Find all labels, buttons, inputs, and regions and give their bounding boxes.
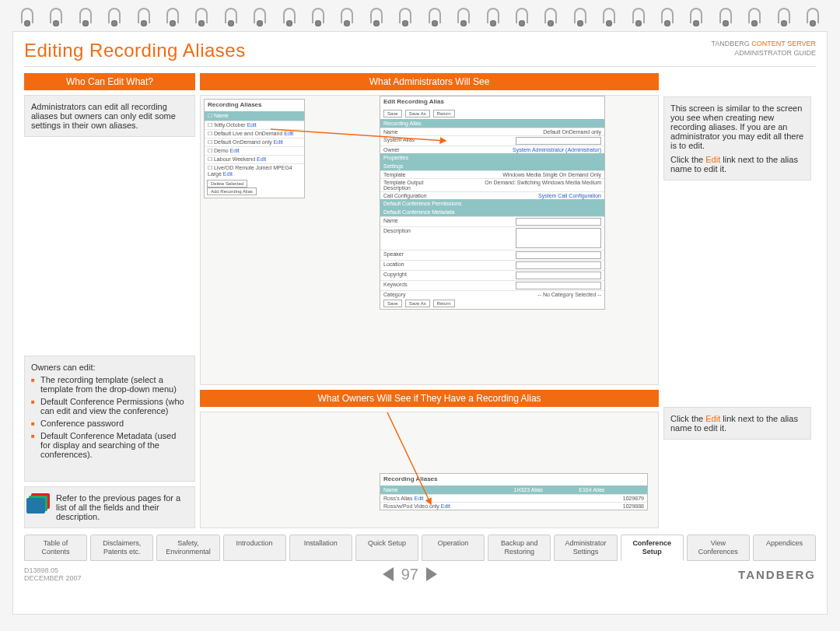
reference-text: Refer to the previous pages for a list o… [56, 493, 188, 521]
mini-list-header: ☐ Name [205, 111, 304, 121]
saveas-button-2[interactable]: Save As [405, 300, 430, 307]
doc-date: DECEMBER 2007 [24, 574, 82, 582]
tab-quick-setup[interactable]: Quick Setup [355, 535, 418, 561]
next-page-icon[interactable] [426, 567, 437, 581]
mini-alias-list: Recording Aliases ☐ Name ☐ !kitty.Octobe… [204, 99, 305, 198]
mini-list-buttons: Delete Selected Add Recording Alias [205, 177, 304, 198]
mini-list-title: Recording Aliases [205, 100, 304, 110]
pager: 97 [383, 566, 437, 584]
brand-name: TANDBERG [711, 40, 749, 47]
spiral-binding: for(let i=0;i<28;i++)document.write('<di… [12, 8, 828, 28]
brand-header: TANDBERG CONTENT SERVER ADMINISTRATOR GU… [711, 40, 816, 58]
list-item: ☐ Default Live and OnDemand Edit [205, 129, 304, 138]
brand-product: CONTENT SERVER [751, 40, 816, 47]
mini-edit-panel: Edit Recording Alias Save Save As Return… [380, 96, 605, 310]
books-icon [31, 493, 50, 509]
reference-note: Refer to the previous pages for a list o… [24, 486, 195, 528]
owner-screenshot: Recording Aliases Name 1H323 Alias E164 … [200, 412, 659, 528]
tab-conference-setup[interactable]: ConferenceSetup [621, 535, 684, 561]
sec-properties: Properties [380, 153, 604, 162]
divider [24, 66, 816, 67]
mid-header-owner: What Owners Will See if They Have a Reco… [200, 390, 659, 407]
tab-backup[interactable]: Backup andRestoring [488, 535, 551, 561]
sec-settings: Settings [380, 162, 604, 170]
right-owner-hint: Click the Edit link next to the alias na… [670, 414, 804, 433]
doc-id: D13898.05 [24, 566, 58, 574]
bullet-template: The recording template (select a templat… [31, 375, 188, 394]
left-owners-box: Owners can edit: The recording template … [24, 356, 195, 482]
spacer [663, 185, 811, 402]
mini-owner-table: Recording Aliases Name 1H323 Alias E164 … [380, 473, 648, 510]
tab-appendices[interactable]: Appendices [753, 535, 816, 561]
owner-list-title: Recording Aliases [380, 474, 647, 484]
tab-installation[interactable]: Installation [289, 535, 352, 561]
delete-button[interactable]: Delete Selected [207, 180, 247, 188]
admin-screenshot: Recording Aliases ☐ Name ☐ !kitty.Octobe… [200, 95, 659, 385]
add-button[interactable]: Add Recording Alias [207, 188, 257, 195]
list-item: ☐ Demo Edit [205, 146, 304, 155]
spacer [663, 73, 811, 92]
list-item: ☐ Labour Weekend Edit [205, 155, 304, 163]
table-row: Ross's Alias Edit1029879 [380, 494, 647, 502]
save-button[interactable]: Save [383, 110, 402, 117]
tab-contents[interactable]: Table ofContents [24, 535, 87, 561]
left-header: Who Can Edit What? [24, 73, 195, 90]
return-button-2[interactable]: Return [433, 300, 455, 307]
page-number: 97 [401, 566, 418, 584]
owner-table-header: Name 1H323 Alias E164 Alias [380, 486, 647, 494]
right-owner-note: Click the Edit link next to the alias na… [663, 407, 811, 440]
tab-operation[interactable]: Operation [422, 535, 485, 561]
right-edit-hint: Click the Edit link next to the alias na… [670, 155, 804, 174]
footer-brand: TANDBERG [738, 568, 816, 581]
brand-guide: ADMINISTRATOR GUIDE [734, 49, 816, 57]
bullet-metadata: Default Conference Metadata (used for di… [31, 431, 188, 459]
sec-recording-alias: Recording Alias [380, 119, 604, 128]
right-admin-note: This screen is similar to the screen you… [663, 96, 811, 181]
tab-introduction[interactable]: Introduction [223, 535, 286, 561]
page-title: Editing Recording Aliases [24, 40, 246, 61]
tab-safety[interactable]: Safety,Environmental [156, 535, 219, 561]
table-row: Ross/w/Pod Video only Edit1029888 [380, 502, 647, 510]
bullet-permissions: Default Conference Permissions (who can … [31, 397, 188, 415]
document-page: Editing Recording Aliases TANDBERG CONTE… [12, 31, 828, 615]
right-admin-text: This screen is similar to the screen you… [670, 103, 804, 150]
bullet-password: Conference password [31, 419, 188, 428]
return-button[interactable]: Return [433, 110, 455, 117]
tab-admin-settings[interactable]: AdministratorSettings [554, 535, 617, 561]
edit-title: Edit Recording Alias [380, 96, 604, 107]
saveas-button[interactable]: Save As [405, 110, 430, 117]
owners-bullets: The recording template (select a templat… [31, 375, 188, 459]
doc-meta: D13898.05 DECEMBER 2007 [24, 566, 82, 582]
tab-view-conferences[interactable]: ViewConferences [687, 535, 750, 561]
list-item: ☐ Default OnDemand only Edit [205, 138, 304, 146]
left-admin-note: Administrators can edit all recording al… [24, 95, 195, 137]
mid-header-admin: What Administrators Will See [200, 73, 659, 90]
sec-permissions: Default Conference Permissions [380, 199, 604, 208]
owners-intro: Owners can edit: [31, 363, 96, 372]
tab-disclaimers[interactable]: Disclaimers,Patents etc. [90, 535, 153, 561]
list-item: ☐ Live/OD Remote Joined MPEG4 Large Edit [205, 163, 304, 177]
left-admin-text: Administrators can edit all recording al… [31, 102, 176, 130]
save-button-2[interactable]: Save [383, 300, 402, 307]
list-item: ☐ !kitty.October Edit [205, 121, 304, 129]
sec-metadata: Default Conference Metadata [380, 208, 604, 216]
prev-page-icon[interactable] [383, 567, 394, 581]
nav-tabs: Table ofContents Disclaimers,Patents etc… [24, 535, 816, 561]
